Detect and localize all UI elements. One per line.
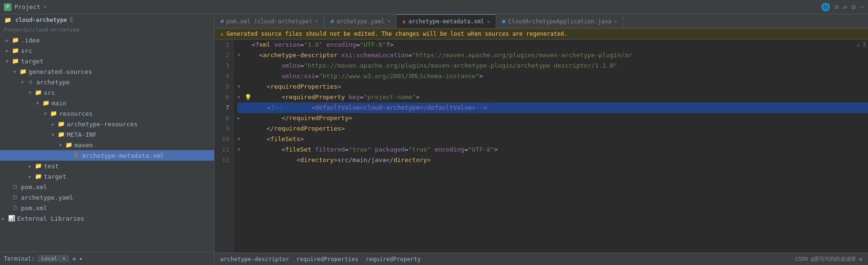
fold-8[interactable]: ▶: [237, 113, 244, 123]
arrow-ext-libs: ▶: [2, 216, 8, 221]
tree-label-maven: maven: [74, 142, 93, 149]
tree-item-external-libraries[interactable]: ▶ 📊 External Libraries: [0, 213, 214, 224]
tab-close-yaml[interactable]: ×: [388, 18, 391, 24]
ln-3: 3: [218, 61, 229, 71]
arrow-test: ▶: [29, 163, 34, 169]
ln-2: 2: [218, 50, 229, 61]
folder-icon-archetype-resources: 📁: [57, 120, 65, 128]
split-icon[interactable]: ⇌: [843, 2, 848, 11]
code-line-2: ▼ <archetype-descriptor xsi:schemaLocati…: [237, 50, 868, 61]
folder-icon-src2: 📁: [34, 89, 42, 96]
tree-label-gen-sources: generated-sources: [29, 68, 92, 75]
tree-item-test[interactable]: ▶ 📁 test: [0, 161, 214, 171]
title-bar: P Project ▾ 🌐 ≡ ⇌ ⚙ −: [0, 0, 868, 14]
code-line-9: </requiredProperties>: [237, 123, 868, 134]
tree-label-archetype-yaml: archetype.yaml: [21, 194, 73, 201]
tab-cloud-app[interactable]: ● CloudArchetypeApplication.java ×: [496, 14, 623, 28]
fold-2[interactable]: ▼: [237, 50, 244, 61]
arrow-idea: ▶: [6, 38, 11, 43]
tree-label-target2: target: [44, 173, 66, 180]
tree-item-generated-sources[interactable]: ▼ 📁 generated-sources: [0, 66, 214, 77]
tree-label-ext-libs: External Libraries: [17, 215, 84, 222]
ln-10: 10: [218, 134, 229, 144]
fold-5[interactable]: ▼: [237, 82, 244, 92]
settings-icon[interactable]: ⚙: [851, 2, 856, 11]
terminal-chevron[interactable]: ▾: [79, 255, 82, 262]
tree-item-meta-inf[interactable]: ▼ 📁 META-INF: [0, 129, 214, 140]
breadcrumb-1[interactable]: archetype-descriptor: [220, 256, 289, 263]
minimize-icon[interactable]: −: [859, 2, 864, 11]
terminal-text: Terminal:: [4, 255, 35, 262]
tab-pom-xml[interactable]: m pom.xml (cloud-archetype) ×: [214, 14, 325, 28]
fold-11[interactable]: ▼: [237, 144, 244, 155]
tree-item-src2[interactable]: ▼ 📁 src: [0, 87, 214, 98]
fold-3[interactable]: [237, 61, 244, 71]
fold-6[interactable]: ▼: [237, 92, 244, 102]
tree-item-maven[interactable]: ▼ 📁 maven: [0, 140, 214, 150]
tree-label-target: target: [21, 58, 43, 65]
tree-item-archetype-metadata-xml[interactable]: 🗎 archetype-metadata.xml: [0, 150, 214, 161]
ln-11: 11: [218, 144, 229, 155]
folder-icon-meta-inf: 📁: [57, 131, 65, 138]
project-root-label[interactable]: cloud-archetype: [15, 17, 67, 23]
ln-4: 4: [218, 71, 229, 82]
code-editor[interactable]: 1 2 3 4 5 6 7 8 9 10 11 12 <?xml versio: [214, 40, 868, 253]
terminal-plus[interactable]: +: [72, 255, 76, 263]
arrow-main: ▼: [36, 101, 42, 106]
tree-item-archetype-yaml[interactable]: 🗋 archetype.yaml: [0, 192, 214, 203]
project-label[interactable]: Project: [14, 3, 41, 10]
tree-item-pom[interactable]: 🗋 pom.xml: [0, 182, 214, 192]
code-content[interactable]: <?xml version="1.0" encoding="UTF-8"?> ⚠…: [234, 40, 868, 253]
tree-item-archetype[interactable]: ▼ ⚙ archetype: [0, 77, 214, 87]
breadcrumb-3[interactable]: requiredProperty: [366, 256, 421, 263]
editor-area: m pom.xml (cloud-archetype) × m archetyp…: [214, 14, 868, 265]
tree-item-src[interactable]: ▶ 📁 src: [0, 45, 214, 56]
tree-label-main: main: [51, 100, 66, 107]
globe-icon[interactable]: 🌐: [821, 2, 830, 11]
folder-icon: 📁: [4, 16, 11, 24]
sidebar: 📁 cloud-archetype E Projects/cloud-arche…: [0, 14, 214, 265]
ln-7: 7: [218, 102, 229, 113]
folder-icon-maven: 📁: [65, 141, 72, 149]
error-badge: ⚠ 2: [857, 40, 868, 50]
list-icon[interactable]: ≡: [834, 2, 839, 11]
fold-10[interactable]: ▼: [237, 134, 244, 144]
file-icon-pom: 🗋: [11, 183, 19, 191]
fold-1[interactable]: [237, 40, 244, 50]
fold-4[interactable]: [237, 71, 244, 82]
code-line-6: ▼ 💡 <requiredProperty key="project-name"…: [237, 92, 868, 102]
tree-item-archetype-resources[interactable]: ▶ 📁 archetype-resources: [0, 119, 214, 129]
tree-item-idea[interactable]: ▶ 📁 .idea: [0, 35, 214, 45]
project-dropdown[interactable]: ▾: [43, 3, 47, 10]
tab-close-java[interactable]: ×: [614, 18, 618, 24]
tab-label-metadata: archetype-metadata.xml: [408, 18, 484, 25]
arrow-archetype: ▼: [21, 80, 27, 85]
terminal-local-tab[interactable]: Local ×: [38, 255, 69, 262]
fold-12[interactable]: [237, 155, 244, 165]
breadcrumb-sep-1: ›: [291, 256, 295, 263]
breadcrumb-2[interactable]: requiredProperties: [296, 256, 358, 263]
tree-item-target2[interactable]: ▶ 📁 target: [0, 171, 214, 182]
tab-close-metadata[interactable]: ×: [487, 19, 490, 25]
tab-archetype-metadata-xml[interactable]: x archetype-metadata.xml ×: [397, 14, 496, 28]
tree-item-main[interactable]: ▼ 📁 main: [0, 98, 214, 108]
tree-label-src: src: [21, 47, 32, 54]
fold-7[interactable]: [237, 102, 244, 113]
tab-archetype-yaml[interactable]: m archetype.yaml ×: [325, 14, 397, 28]
tree-item-target[interactable]: ▼ 📁 target: [0, 56, 214, 66]
main-content: 📁 cloud-archetype E Projects/cloud-arche…: [0, 14, 868, 265]
arrow-gen-sources: ▼: [13, 69, 19, 74]
tree-item-resources[interactable]: ▼ 📁 resources: [0, 108, 214, 119]
tree-label-pom2: pom.xml: [21, 204, 47, 212]
fold-9[interactable]: [237, 123, 244, 134]
tree-label-pom: pom.xml: [21, 183, 47, 191]
tree-label-archetype-resources: archetype-resources: [67, 121, 138, 128]
tree-item-pom2[interactable]: 🗋 pom.xml: [0, 203, 214, 213]
watermark: CSDN @爱写代码的成成呀 ✿: [795, 255, 862, 263]
tab-close-pom[interactable]: ×: [315, 18, 318, 24]
code-line-8: ▶ </requiredProperty>: [237, 113, 868, 123]
tree-label-archetype: archetype: [36, 79, 70, 86]
breadcrumb-sep-2: ›: [360, 256, 364, 263]
file-icon-archetype-metadata-xml: 🗎: [72, 152, 80, 159]
folder-icon-archetype: ⚙: [27, 78, 34, 86]
